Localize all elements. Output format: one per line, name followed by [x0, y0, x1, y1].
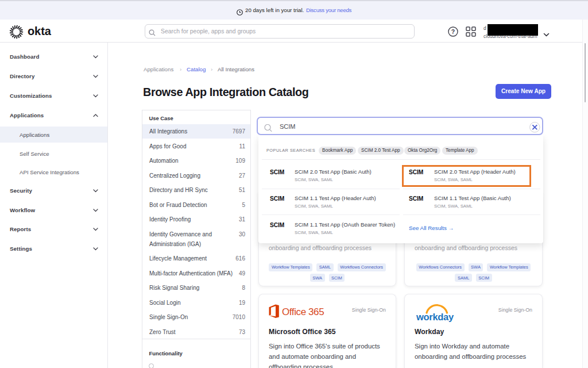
- svg-text:Office 365: Office 365: [282, 306, 324, 317]
- svg-text:workday: workday: [416, 312, 454, 322]
- svg-text:?: ?: [451, 28, 455, 35]
